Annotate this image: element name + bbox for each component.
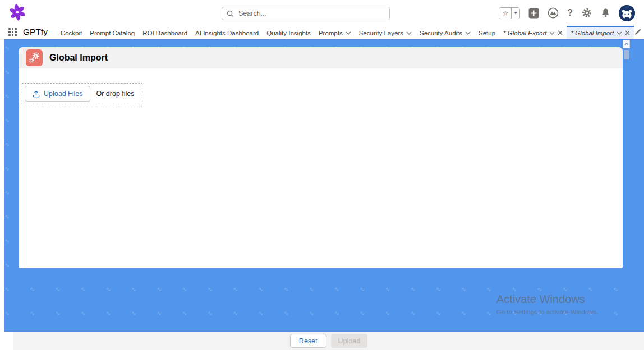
- global-search[interactable]: [222, 7, 390, 20]
- tab-label: * Global Import: [571, 30, 614, 36]
- app-nav-bar: GPTfy Cockpit Prompt Catalog ROI Dashboa…: [0, 25, 644, 39]
- astro-avatar-icon: [619, 5, 635, 21]
- plus-icon: [528, 8, 539, 19]
- scroll-up-button[interactable]: [623, 40, 630, 48]
- action-bar: Reset Upload: [13, 332, 644, 350]
- chevron-up-icon: [624, 43, 629, 45]
- tab-label: Quality Insights: [266, 30, 311, 36]
- workspace-background: ∿∿∿∿∿∿∿∿∿∿∿∿∿∿∿∿∿∿∿∿∿∿∿∿∿∿∿∿∿∿∿∿∿∿∿∿∿∿∿∿…: [4, 39, 644, 332]
- tab-label: * Global Export: [503, 30, 546, 36]
- quick-create-button[interactable]: [528, 8, 539, 19]
- tab-label: Cockpit: [61, 30, 82, 36]
- app-launcher-button[interactable]: [8, 25, 17, 39]
- tab-prompts[interactable]: Prompts: [315, 25, 355, 39]
- page-icon: [26, 49, 43, 66]
- tab-setup[interactable]: Setup: [475, 25, 499, 39]
- tab-roi-dashboard[interactable]: ROI Dashboard: [139, 25, 191, 39]
- upload-files-button[interactable]: Upload Files: [25, 86, 90, 102]
- tab-label: Prompt Catalog: [90, 30, 135, 36]
- bell-icon: [601, 8, 610, 18]
- chevron-down-icon[interactable]: [465, 31, 471, 35]
- upload-files-label: Upload Files: [44, 90, 82, 98]
- global-header: ☆ ▼ ?: [0, 0, 644, 26]
- mini-scrollbar[interactable]: [623, 40, 630, 66]
- favorites-control[interactable]: ☆ ▼: [499, 7, 520, 19]
- reset-button[interactable]: Reset: [290, 334, 326, 348]
- gear-icon: [581, 7, 592, 19]
- edit-nav-button[interactable]: [634, 25, 642, 39]
- chevron-down-icon[interactable]: [549, 31, 555, 35]
- tab-label: ROI Dashboard: [142, 30, 187, 36]
- tab-global-export[interactable]: * Global Export: [499, 25, 567, 39]
- watermark-line2: Go to Settings to activate Windows.: [496, 309, 599, 315]
- tab-security-audits[interactable]: Security Audits: [416, 25, 475, 39]
- close-icon[interactable]: [625, 30, 630, 35]
- trailhead-button[interactable]: [548, 7, 559, 19]
- favorites-star-icon[interactable]: ☆: [499, 8, 511, 19]
- tab-cockpit[interactable]: Cockpit: [57, 25, 86, 39]
- tab-global-import[interactable]: * Global Import: [567, 25, 634, 39]
- tab-ai-insights-dashboard[interactable]: AI Insights Dashboard: [191, 25, 263, 39]
- notifications-bell-button[interactable]: [601, 8, 610, 18]
- tab-label: AI Insights Dashboard: [195, 30, 259, 36]
- chevron-down-icon[interactable]: [406, 31, 412, 35]
- page-title: Global Import: [49, 53, 108, 63]
- mountain-icon: [548, 7, 559, 19]
- file-drop-zone[interactable]: Upload Files Or drop files: [22, 83, 142, 104]
- gptfy-logo-icon[interactable]: [8, 3, 27, 22]
- global-import-card: Global Import Upload Files Or drop files: [19, 47, 623, 268]
- tab-label: Setup: [479, 30, 495, 36]
- app-name[interactable]: GPTfy: [23, 25, 48, 39]
- gears-icon: [27, 51, 42, 65]
- upload-button[interactable]: Upload: [331, 334, 368, 348]
- page-header: Global Import: [19, 47, 623, 68]
- search-icon: [227, 10, 234, 17]
- waffle-icon: [8, 28, 17, 36]
- page-body: Upload Files Or drop files: [19, 68, 623, 268]
- pencil-icon: [634, 28, 642, 36]
- drop-files-label: Or drop files: [96, 90, 134, 98]
- favorites-caret-icon[interactable]: ▼: [511, 8, 519, 19]
- close-icon[interactable]: [558, 30, 563, 35]
- watermark-line1: Activate Windows: [496, 293, 599, 306]
- user-avatar[interactable]: [619, 5, 635, 21]
- tab-label: Security Layers: [359, 30, 403, 36]
- setup-gear-button[interactable]: [581, 7, 592, 19]
- tab-label: Security Audits: [420, 30, 462, 36]
- tab-prompt-catalog[interactable]: Prompt Catalog: [86, 25, 139, 39]
- help-button[interactable]: ?: [567, 8, 573, 18]
- chevron-down-icon[interactable]: [346, 31, 351, 35]
- activate-windows-watermark: Activate Windows Go to Settings to activ…: [496, 293, 599, 315]
- header-icon-cluster: ☆ ▼ ?: [499, 0, 635, 26]
- tab-quality-insights[interactable]: Quality Insights: [263, 25, 315, 39]
- upload-icon: [33, 90, 40, 98]
- tab-security-layers[interactable]: Security Layers: [355, 25, 416, 39]
- tab-label: Prompts: [319, 30, 343, 36]
- search-input[interactable]: [237, 9, 385, 18]
- scrollbar-thumb[interactable]: [624, 50, 629, 59]
- chevron-down-icon[interactable]: [617, 31, 622, 35]
